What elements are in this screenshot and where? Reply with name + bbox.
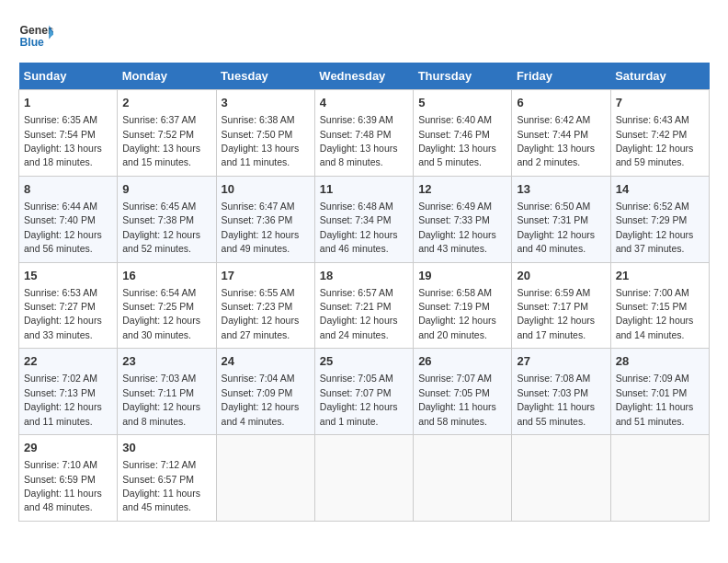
- day-info: Sunrise: 7:10 AMSunset: 6:59 PMDaylight:…: [24, 459, 102, 512]
- day-number: 3: [222, 95, 310, 111]
- day-number: 17: [222, 268, 310, 284]
- day-number: 6: [517, 95, 605, 111]
- day-info: Sunrise: 6:40 AMSunset: 7:46 PMDaylight:…: [418, 114, 496, 167]
- calendar-cell: 17Sunrise: 6:55 AMSunset: 7:23 PMDayligh…: [216, 262, 314, 349]
- calendar-cell: 12Sunrise: 6:49 AMSunset: 7:33 PMDayligh…: [414, 176, 512, 262]
- day-number: 19: [418, 268, 506, 284]
- day-info: Sunrise: 6:35 AMSunset: 7:54 PMDaylight:…: [24, 114, 102, 167]
- day-info: Sunrise: 7:02 AMSunset: 7:13 PMDaylight:…: [24, 373, 102, 426]
- day-info: Sunrise: 7:08 AMSunset: 7:03 PMDaylight:…: [517, 373, 595, 426]
- day-info: Sunrise: 6:48 AMSunset: 7:34 PMDaylight:…: [320, 201, 398, 254]
- weekday-header-sunday: Sunday: [19, 63, 118, 90]
- calendar-cell: 10Sunrise: 6:47 AMSunset: 7:36 PMDayligh…: [216, 176, 314, 262]
- day-info: Sunrise: 7:00 AMSunset: 7:15 PMDaylight:…: [616, 287, 694, 340]
- calendar-cell: 3Sunrise: 6:38 AMSunset: 7:50 PMDaylight…: [216, 90, 314, 177]
- day-number: 21: [616, 268, 704, 284]
- day-info: Sunrise: 6:57 AMSunset: 7:21 PMDaylight:…: [320, 287, 398, 340]
- day-number: 15: [24, 268, 112, 284]
- calendar-cell: [610, 435, 709, 522]
- calendar-week-1: 1Sunrise: 6:35 AMSunset: 7:54 PMDaylight…: [19, 90, 710, 177]
- day-info: Sunrise: 6:50 AMSunset: 7:31 PMDaylight:…: [517, 201, 595, 254]
- calendar-cell: 30Sunrise: 7:12 AMSunset: 6:57 PMDayligh…: [118, 435, 216, 522]
- calendar-week-2: 8Sunrise: 6:44 AMSunset: 7:40 PMDaylight…: [19, 176, 710, 262]
- day-info: Sunrise: 6:39 AMSunset: 7:48 PMDaylight:…: [320, 114, 398, 167]
- day-info: Sunrise: 7:12 AMSunset: 6:57 PMDaylight:…: [122, 459, 200, 512]
- day-number: 7: [616, 95, 704, 111]
- day-info: Sunrise: 6:53 AMSunset: 7:27 PMDaylight:…: [24, 287, 102, 340]
- day-info: Sunrise: 6:38 AMSunset: 7:50 PMDaylight:…: [222, 114, 300, 167]
- day-number: 9: [122, 181, 210, 198]
- day-info: Sunrise: 7:03 AMSunset: 7:11 PMDaylight:…: [122, 373, 200, 426]
- day-number: 4: [320, 95, 408, 111]
- weekday-header-thursday: Thursday: [414, 63, 512, 90]
- day-info: Sunrise: 6:49 AMSunset: 7:33 PMDaylight:…: [418, 201, 496, 254]
- weekday-header-tuesday: Tuesday: [216, 63, 314, 90]
- calendar-week-4: 22Sunrise: 7:02 AMSunset: 7:13 PMDayligh…: [19, 349, 710, 435]
- day-number: 8: [24, 181, 112, 198]
- weekday-header-friday: Friday: [512, 63, 610, 90]
- calendar-cell: [216, 435, 314, 522]
- calendar-cell: 25Sunrise: 7:05 AMSunset: 7:07 PMDayligh…: [314, 349, 413, 435]
- day-number: 1: [24, 95, 112, 111]
- calendar-cell: 7Sunrise: 6:43 AMSunset: 7:42 PMDaylight…: [610, 90, 709, 177]
- calendar-cell: 8Sunrise: 6:44 AMSunset: 7:40 PMDaylight…: [19, 176, 118, 262]
- day-info: Sunrise: 6:47 AMSunset: 7:36 PMDaylight:…: [222, 201, 300, 254]
- calendar-cell: 26Sunrise: 7:07 AMSunset: 7:05 PMDayligh…: [414, 349, 512, 435]
- calendar-cell: 16Sunrise: 6:54 AMSunset: 7:25 PMDayligh…: [118, 262, 216, 349]
- day-number: 30: [122, 440, 210, 456]
- day-info: Sunrise: 6:59 AMSunset: 7:17 PMDaylight:…: [517, 287, 595, 340]
- day-info: Sunrise: 7:07 AMSunset: 7:05 PMDaylight:…: [418, 373, 496, 426]
- day-number: 27: [517, 353, 605, 370]
- day-number: 14: [616, 181, 704, 198]
- calendar-cell: 1Sunrise: 6:35 AMSunset: 7:54 PMDaylight…: [19, 90, 118, 177]
- day-number: 22: [24, 353, 112, 370]
- day-number: 28: [616, 353, 704, 370]
- day-number: 16: [122, 268, 210, 284]
- calendar-week-5: 29Sunrise: 7:10 AMSunset: 6:59 PMDayligh…: [19, 435, 710, 522]
- day-number: 23: [122, 353, 210, 370]
- day-info: Sunrise: 6:45 AMSunset: 7:38 PMDaylight:…: [122, 201, 200, 254]
- calendar-cell: 4Sunrise: 6:39 AMSunset: 7:48 PMDaylight…: [314, 90, 413, 177]
- calendar-cell: 2Sunrise: 6:37 AMSunset: 7:52 PMDaylight…: [118, 90, 216, 177]
- logo-icon: General Blue: [18, 18, 53, 53]
- day-info: Sunrise: 7:09 AMSunset: 7:01 PMDaylight:…: [616, 373, 694, 426]
- weekday-header-monday: Monday: [118, 63, 216, 90]
- calendar-cell: [314, 435, 413, 522]
- calendar-cell: 6Sunrise: 6:42 AMSunset: 7:44 PMDaylight…: [512, 90, 610, 177]
- day-info: Sunrise: 6:55 AMSunset: 7:23 PMDaylight:…: [222, 287, 300, 340]
- day-number: 29: [24, 440, 112, 456]
- day-info: Sunrise: 6:43 AMSunset: 7:42 PMDaylight:…: [616, 114, 694, 167]
- day-info: Sunrise: 7:05 AMSunset: 7:07 PMDaylight:…: [320, 373, 398, 426]
- day-info: Sunrise: 7:04 AMSunset: 7:09 PMDaylight:…: [222, 373, 300, 426]
- day-info: Sunrise: 6:54 AMSunset: 7:25 PMDaylight:…: [122, 287, 200, 340]
- day-number: 18: [320, 268, 408, 284]
- calendar-cell: 24Sunrise: 7:04 AMSunset: 7:09 PMDayligh…: [216, 349, 314, 435]
- day-number: 11: [320, 181, 408, 198]
- calendar-cell: 11Sunrise: 6:48 AMSunset: 7:34 PMDayligh…: [314, 176, 413, 262]
- day-number: 24: [222, 353, 310, 370]
- calendar-cell: 5Sunrise: 6:40 AMSunset: 7:46 PMDaylight…: [414, 90, 512, 177]
- calendar-cell: [414, 435, 512, 522]
- weekday-header-saturday: Saturday: [610, 63, 709, 90]
- calendar-cell: 13Sunrise: 6:50 AMSunset: 7:31 PMDayligh…: [512, 176, 610, 262]
- day-info: Sunrise: 6:58 AMSunset: 7:19 PMDaylight:…: [418, 287, 496, 340]
- calendar-cell: [512, 435, 610, 522]
- calendar-cell: 18Sunrise: 6:57 AMSunset: 7:21 PMDayligh…: [314, 262, 413, 349]
- day-number: 2: [122, 95, 210, 111]
- logo: General Blue: [18, 18, 57, 53]
- calendar-week-3: 15Sunrise: 6:53 AMSunset: 7:27 PMDayligh…: [19, 262, 710, 349]
- calendar-cell: 27Sunrise: 7:08 AMSunset: 7:03 PMDayligh…: [512, 349, 610, 435]
- day-info: Sunrise: 6:44 AMSunset: 7:40 PMDaylight:…: [24, 201, 102, 254]
- calendar-cell: 29Sunrise: 7:10 AMSunset: 6:59 PMDayligh…: [19, 435, 118, 522]
- svg-text:Blue: Blue: [20, 36, 45, 49]
- page-header: General Blue: [18, 18, 710, 53]
- calendar-table: SundayMondayTuesdayWednesdayThursdayFrid…: [18, 63, 710, 522]
- day-number: 25: [320, 353, 408, 370]
- calendar-cell: 21Sunrise: 7:00 AMSunset: 7:15 PMDayligh…: [610, 262, 709, 349]
- calendar-cell: 15Sunrise: 6:53 AMSunset: 7:27 PMDayligh…: [19, 262, 118, 349]
- svg-text:General: General: [20, 24, 53, 37]
- day-number: 26: [418, 353, 506, 370]
- day-number: 5: [418, 95, 506, 111]
- calendar-cell: 22Sunrise: 7:02 AMSunset: 7:13 PMDayligh…: [19, 349, 118, 435]
- calendar-cell: 23Sunrise: 7:03 AMSunset: 7:11 PMDayligh…: [118, 349, 216, 435]
